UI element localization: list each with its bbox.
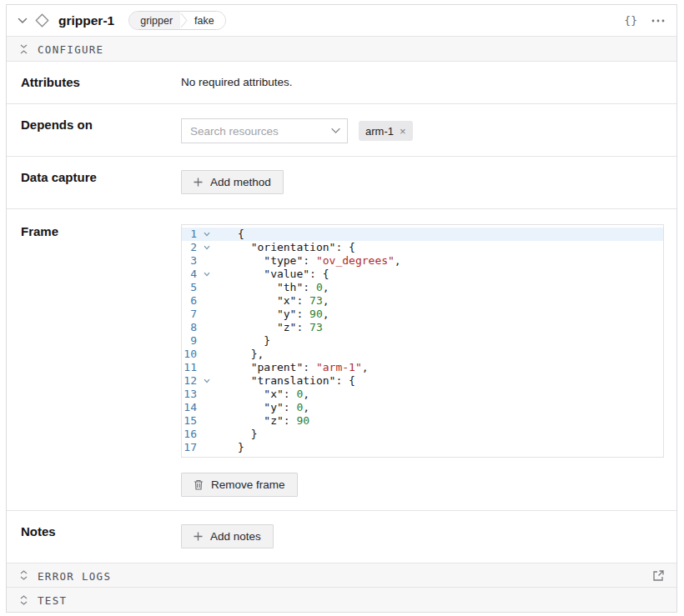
fold-gutter [197, 281, 217, 294]
line-number: 10 [182, 348, 197, 361]
line-number: 1 [182, 228, 197, 241]
frame-editor-lines: 1{2 "orientation": {3 "type": "ov_degree… [182, 228, 663, 454]
code-text: "z": 90 [217, 414, 309, 428]
code-text: "value": { [217, 268, 329, 281]
add-notes-button[interactable]: Add notes [181, 524, 274, 548]
line-number: 8 [182, 321, 197, 334]
code-text: "z": 73 [217, 321, 323, 334]
code-line[interactable]: 3 "type": "ov_degrees", [182, 254, 663, 268]
fold-gutter [197, 308, 217, 321]
code-line[interactable]: 17} [182, 441, 663, 454]
fold-chevron-icon[interactable] [197, 228, 217, 241]
type-badge: gripper [129, 12, 180, 29]
depends-on-row: Depends on arm-1 × [7, 104, 676, 157]
code-line[interactable]: 12 "translation": { [182, 374, 663, 388]
code-text: "type": "ov_degrees", [217, 254, 401, 268]
code-line[interactable]: 1{ [182, 228, 663, 241]
fold-gutter [197, 348, 217, 361]
code-text: "x": 73, [217, 294, 329, 308]
frame-json-editor[interactable]: 1{2 "orientation": {3 "type": "ov_degree… [181, 224, 664, 458]
fold-chevron-icon[interactable] [197, 241, 217, 254]
depends-search-input[interactable] [181, 118, 348, 143]
fold-gutter [197, 388, 217, 401]
component-config-card: gripper-1 gripper fake {} CONFIGURE Attr… [6, 4, 677, 613]
code-line[interactable]: 8 "z": 73 [182, 321, 663, 334]
collapse-section-icon [19, 44, 28, 54]
line-number: 3 [182, 254, 197, 268]
fold-gutter [197, 428, 217, 441]
code-line[interactable]: 11 "parent": "arm-1", [182, 361, 663, 374]
code-text: "x": 0, [217, 388, 309, 401]
select-chevron-down-icon[interactable] [331, 128, 340, 134]
code-text: }, [217, 348, 264, 361]
notes-label: Notes [21, 524, 181, 538]
attributes-message: No required attributes. [181, 75, 663, 88]
code-line[interactable]: 9 } [182, 334, 663, 348]
configure-section-label: CONFIGURE [38, 43, 103, 56]
depends-search-select [181, 118, 348, 143]
add-method-button-label: Add method [210, 176, 271, 188]
code-text: "parent": "arm-1", [217, 361, 369, 374]
test-section-bar[interactable]: TEST [7, 588, 676, 612]
plus-icon [194, 532, 203, 541]
code-line[interactable]: 15 "z": 90 [182, 414, 663, 428]
add-notes-button-label: Add notes [210, 530, 261, 543]
code-line[interactable]: 6 "x": 73, [182, 294, 663, 308]
remove-dependency-icon[interactable]: × [400, 126, 406, 137]
line-number: 4 [182, 268, 197, 281]
json-mode-icon[interactable]: {} [624, 14, 637, 27]
line-number: 6 [182, 294, 197, 308]
dependency-chip-label: arm-1 [365, 125, 394, 138]
data-capture-row: Data capture Add method [7, 157, 676, 209]
attributes-label: Attributes [21, 75, 181, 89]
code-line[interactable]: 2 "orientation": { [182, 241, 663, 254]
fold-chevron-icon[interactable] [197, 268, 217, 281]
code-line[interactable]: 5 "th": 0, [182, 281, 663, 294]
expand-section-icon [19, 570, 28, 580]
code-text: "orientation": { [217, 241, 355, 254]
open-external-icon[interactable] [652, 569, 665, 582]
plus-icon [194, 178, 203, 187]
code-text: } [217, 441, 244, 454]
code-text: "translation": { [217, 374, 355, 388]
fold-gutter [197, 334, 217, 348]
model-badge: fake [188, 12, 225, 29]
dependency-chip-arm-1[interactable]: arm-1 × [359, 121, 413, 141]
component-name: gripper-1 [58, 13, 114, 28]
add-method-button[interactable]: Add method [181, 170, 284, 194]
fold-chevron-icon[interactable] [197, 374, 217, 388]
gripper-component-icon [35, 13, 49, 28]
code-text: "y": 0, [217, 401, 309, 414]
fold-gutter [197, 254, 217, 268]
line-number: 15 [182, 414, 197, 428]
collapse-chevron-icon[interactable] [18, 18, 28, 24]
fold-gutter [197, 401, 217, 414]
error-logs-section-bar[interactable]: ERROR LOGS [7, 563, 676, 588]
code-line[interactable]: 7 "y": 90, [182, 308, 663, 321]
fold-gutter [197, 414, 217, 428]
attributes-row: Attributes No required attributes. [7, 62, 676, 104]
line-number: 17 [182, 441, 197, 454]
code-line[interactable]: 16 } [182, 428, 663, 441]
frame-row: Frame 1{2 "orientation": {3 "type": "ov_… [7, 209, 676, 511]
code-line[interactable]: 14 "y": 0, [182, 401, 663, 414]
error-logs-section-label: ERROR LOGS [38, 569, 111, 582]
line-number: 13 [182, 388, 197, 401]
remove-frame-button-label: Remove frame [211, 478, 285, 491]
code-line[interactable]: 10 }, [182, 348, 663, 361]
line-number: 12 [182, 374, 197, 388]
code-text: "y": 90, [217, 308, 329, 321]
line-number: 2 [182, 241, 197, 254]
ellipsis-menu-icon[interactable] [651, 19, 665, 23]
line-number: 16 [182, 428, 197, 441]
fold-gutter [197, 361, 217, 374]
code-text: "th": 0, [217, 281, 329, 294]
code-text: } [217, 428, 257, 441]
code-text: } [217, 334, 270, 348]
configure-section-bar[interactable]: CONFIGURE [7, 37, 676, 62]
fold-gutter [197, 321, 217, 334]
remove-frame-button[interactable]: Remove frame [181, 473, 298, 497]
code-line[interactable]: 13 "x": 0, [182, 388, 663, 401]
code-line[interactable]: 4 "value": { [182, 268, 663, 281]
fold-gutter [197, 294, 217, 308]
